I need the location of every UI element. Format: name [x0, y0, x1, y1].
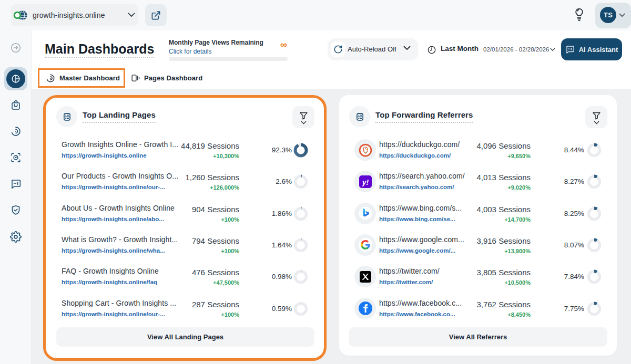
svg-text:y!: y! — [361, 178, 369, 186]
